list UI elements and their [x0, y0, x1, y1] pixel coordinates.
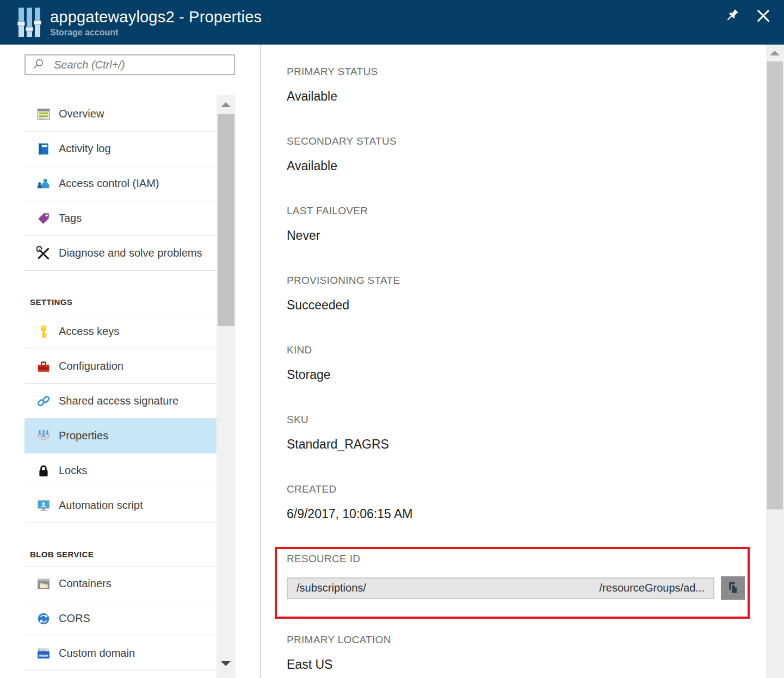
- property-value: East US: [287, 656, 755, 673]
- properties-icon: [36, 429, 51, 443]
- property-label: KIND: [287, 344, 755, 357]
- sidebar-item-custom-domain[interactable]: wwwCustom domain: [24, 636, 217, 671]
- sidebar-item-label: CORS: [59, 612, 90, 625]
- property-label: PROVISIONING STATE: [287, 274, 755, 287]
- sidebar-item-locks[interactable]: Locks: [24, 453, 217, 488]
- property-last-failover: LAST FAILOVERNever: [287, 204, 755, 274]
- sidebar-item-properties[interactable]: Properties: [24, 419, 217, 453]
- resource-id-right: /resourceGroups/ad...: [600, 582, 705, 594]
- sidebar-item-containers[interactable]: Containers: [24, 567, 217, 601]
- scroll-down-arrow-icon[interactable]: [221, 661, 231, 666]
- cors-icon: [36, 612, 51, 626]
- property-value: Standard_RAGRS: [287, 436, 755, 452]
- close-icon: [756, 8, 771, 23]
- property-resource-id: RESOURCE ID/subscriptions//resourceGroup…: [287, 552, 755, 633]
- sidebar-item-label: Automation script: [59, 499, 143, 512]
- custom-domain-icon: www: [36, 646, 51, 661]
- sidebar-item-access-control-iam[interactable]: Access control (IAM): [24, 166, 217, 201]
- sidebar-item-label: Containers: [59, 577, 112, 590]
- access-control-icon: [36, 177, 51, 191]
- access-keys-icon: [36, 325, 51, 339]
- property-primary-location: PRIMARY LOCATIONEast US: [287, 633, 755, 678]
- sidebar-item-activity-log[interactable]: Activity log: [24, 132, 217, 166]
- section-header-settings: SETTINGS: [24, 271, 217, 314]
- sidebar-item-label: Locks: [59, 464, 87, 477]
- tags-icon: [36, 212, 51, 226]
- resource-id-field[interactable]: /subscriptions//resourceGroups/ad...: [287, 577, 714, 599]
- scroll-up-arrow-icon[interactable]: [221, 102, 231, 107]
- property-label: SECONDARY STATUS: [287, 135, 755, 148]
- property-kind: KINDStorage: [287, 344, 755, 413]
- sidebar-item-label: Shared access signature: [59, 395, 178, 407]
- configuration-icon: [36, 359, 51, 374]
- sidebar-scrollbar[interactable]: [217, 95, 236, 678]
- property-value: Available: [287, 158, 755, 174]
- sidebar-item-shared-access-signature[interactable]: Shared access signature: [24, 384, 217, 419]
- activity-log-icon: [36, 142, 51, 156]
- pin-button[interactable]: [723, 7, 740, 24]
- sidebar-item-automation-script[interactable]: Automation script: [24, 488, 217, 523]
- sidebar-item-overview[interactable]: Overview: [24, 97, 217, 132]
- automation-script-icon: [36, 499, 51, 513]
- property-label: LAST FAILOVER: [287, 204, 755, 217]
- property-primary-status: PRIMARY STATUSAvailable: [287, 65, 755, 135]
- sidebar-item-cors[interactable]: CORS: [24, 601, 217, 636]
- blade-header: appgatewaylogs2 - Properties Storage acc…: [0, 0, 784, 45]
- copy-resource-id-button[interactable]: [721, 576, 745, 600]
- property-label: PRIMARY LOCATION: [287, 633, 755, 646]
- property-value: Available: [287, 88, 755, 104]
- sidebar-item-label: Access keys: [59, 325, 119, 338]
- pin-icon: [724, 8, 739, 23]
- sidebar-item-tags[interactable]: Tags: [24, 201, 217, 236]
- page-subtitle: Storage account: [50, 28, 262, 38]
- resource-id-left: /subscriptions/: [297, 582, 366, 594]
- property-value: Storage: [287, 366, 755, 383]
- sidebar-item-configuration[interactable]: Configuration: [24, 349, 217, 384]
- sidebar-item-label: Configuration: [59, 360, 124, 372]
- property-label: PRIMARY STATUS: [287, 65, 755, 78]
- sidebar-item-label: Access control (IAM): [59, 177, 159, 190]
- properties-panel: PRIMARY STATUSAvailableSECONDARY STATUSA…: [262, 45, 766, 678]
- blade-menu: OverviewActivity logAccess control (IAM)…: [0, 45, 261, 678]
- property-value: Never: [287, 227, 755, 244]
- copy-icon: [726, 581, 740, 595]
- section-header-label: BLOB SERVICE: [30, 550, 94, 559]
- menu-list: OverviewActivity logAccess control (IAM)…: [24, 97, 217, 671]
- search-input[interactable]: [54, 59, 230, 71]
- sidebar-item-label: Diagnose and solve problems: [59, 247, 202, 259]
- locks-icon: [36, 464, 51, 478]
- properties-list: PRIMARY STATUSAvailableSECONDARY STATUSA…: [287, 65, 755, 678]
- sidebar-item-label: Custom domain: [59, 647, 135, 660]
- sidebar-item-label: Activity log: [59, 142, 111, 155]
- diagnose-icon: [36, 246, 51, 260]
- property-secondary-status: SECONDARY STATUSAvailable: [287, 135, 755, 204]
- panel-scroll-up-arrow-icon[interactable]: [770, 51, 780, 55]
- menu-search: [24, 54, 235, 75]
- panel-scrollbar-thumb[interactable]: [767, 61, 783, 509]
- property-created: CREATED6/9/2017, 10:06:15 AM: [287, 483, 755, 552]
- shared-access-signature-icon: [36, 394, 51, 408]
- section-header-blob-service: BLOB SERVICE: [24, 523, 217, 567]
- property-sku: SKUStandard_RAGRS: [287, 413, 755, 483]
- sidebar-item-label: Properties: [59, 430, 108, 442]
- sidebar-scrollbar-thumb[interactable]: [218, 114, 234, 326]
- sidebar-item-label: Tags: [59, 212, 82, 225]
- close-button[interactable]: [755, 7, 772, 24]
- storage-properties-icon: [16, 7, 42, 38]
- property-provisioning-state: PROVISIONING STATESucceeded: [287, 274, 755, 344]
- containers-icon: [36, 577, 51, 591]
- section-header-label: SETTINGS: [30, 297, 72, 307]
- panel-scrollbar[interactable]: [766, 45, 784, 678]
- page-title: appgatewaylogs2 - Properties: [50, 8, 262, 26]
- svg-text:www: www: [39, 654, 48, 657]
- overview-icon: [36, 107, 51, 121]
- property-value: Succeeded: [287, 297, 755, 313]
- property-value: 6/9/2017, 10:06:15 AM: [287, 506, 755, 522]
- property-label: RESOURCE ID: [287, 552, 755, 565]
- sidebar-item-access-keys[interactable]: Access keys: [24, 314, 217, 349]
- property-label: SKU: [287, 413, 755, 426]
- search-icon: [32, 58, 45, 71]
- property-label: CREATED: [287, 483, 755, 496]
- sidebar-item-label: Overview: [59, 108, 104, 120]
- sidebar-item-diagnose-and-solve-problems[interactable]: Diagnose and solve problems: [24, 236, 217, 271]
